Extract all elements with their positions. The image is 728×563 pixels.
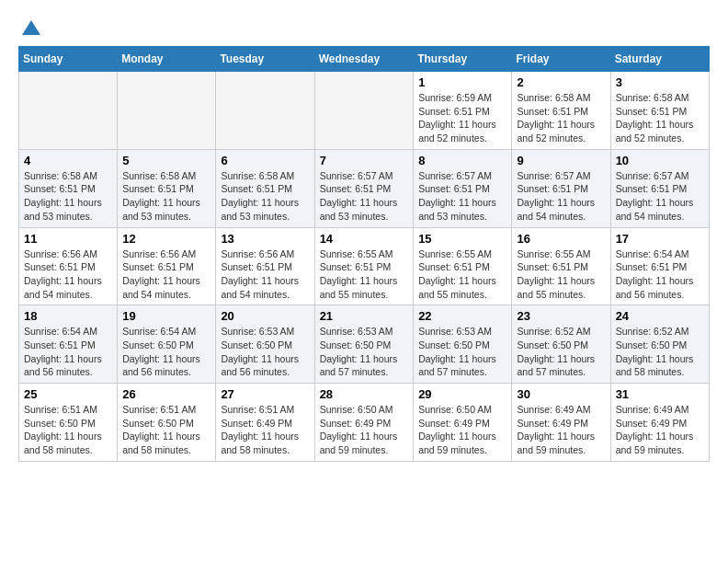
- calendar-header-row: SundayMondayTuesdayWednesdayThursdayFrid…: [19, 47, 710, 72]
- day-info: Sunrise: 6:57 AM Sunset: 6:51 PM Dayligh…: [418, 169, 506, 224]
- day-number: 4: [24, 154, 112, 167]
- day-info: Sunrise: 6:55 AM Sunset: 6:51 PM Dayligh…: [517, 247, 605, 302]
- day-number: 24: [616, 309, 704, 323]
- day-number: 11: [24, 232, 112, 246]
- day-info: Sunrise: 6:50 AM Sunset: 6:49 PM Dayligh…: [418, 403, 506, 457]
- day-number: 2: [517, 75, 605, 89]
- calendar-cell: 3Sunrise: 6:58 AM Sunset: 6:51 PM Daylig…: [610, 72, 709, 150]
- calendar-cell: 30Sunrise: 6:49 AM Sunset: 6:49 PM Dayli…: [512, 384, 610, 462]
- day-info: Sunrise: 6:56 AM Sunset: 6:51 PM Dayligh…: [221, 247, 309, 302]
- day-number: 17: [616, 232, 704, 246]
- calendar-week-row: 1Sunrise: 6:59 AM Sunset: 6:51 PM Daylig…: [19, 72, 710, 150]
- day-header-friday: Friday: [512, 47, 610, 72]
- day-number: 5: [122, 154, 210, 167]
- calendar-cell: 27Sunrise: 6:51 AM Sunset: 6:49 PM Dayli…: [216, 384, 314, 462]
- day-info: Sunrise: 6:56 AM Sunset: 6:51 PM Dayligh…: [122, 247, 210, 302]
- calendar-week-row: 18Sunrise: 6:54 AM Sunset: 6:51 PM Dayli…: [19, 305, 710, 384]
- calendar-cell: 25Sunrise: 6:51 AM Sunset: 6:50 PM Dayli…: [19, 384, 118, 462]
- calendar-cell: 24Sunrise: 6:52 AM Sunset: 6:50 PM Dayli…: [610, 305, 709, 384]
- calendar-cell: 12Sunrise: 6:56 AM Sunset: 6:51 PM Dayli…: [118, 227, 216, 305]
- calendar-cell: 10Sunrise: 6:57 AM Sunset: 6:51 PM Dayli…: [610, 149, 709, 227]
- day-number: 28: [320, 387, 409, 401]
- day-number: 16: [517, 232, 605, 246]
- day-info: Sunrise: 6:54 AM Sunset: 6:50 PM Dayligh…: [122, 325, 210, 379]
- day-number: 29: [418, 387, 506, 401]
- calendar-cell: 5Sunrise: 6:58 AM Sunset: 6:51 PM Daylig…: [118, 149, 216, 227]
- day-number: 8: [418, 154, 506, 167]
- day-info: Sunrise: 6:51 AM Sunset: 6:50 PM Dayligh…: [24, 403, 112, 457]
- day-info: Sunrise: 6:53 AM Sunset: 6:50 PM Dayligh…: [221, 325, 309, 379]
- calendar-cell: 28Sunrise: 6:50 AM Sunset: 6:49 PM Dayli…: [314, 384, 414, 462]
- day-header-sunday: Sunday: [19, 47, 118, 72]
- svg-marker-0: [22, 20, 40, 35]
- day-number: 31: [616, 387, 704, 401]
- day-info: Sunrise: 6:51 AM Sunset: 6:50 PM Dayligh…: [122, 403, 210, 457]
- day-info: Sunrise: 6:58 AM Sunset: 6:51 PM Dayligh…: [221, 169, 309, 224]
- calendar-cell: 17Sunrise: 6:54 AM Sunset: 6:51 PM Dayli…: [610, 227, 709, 305]
- day-info: Sunrise: 6:53 AM Sunset: 6:50 PM Dayligh…: [418, 325, 506, 379]
- calendar-cell: 4Sunrise: 6:58 AM Sunset: 6:51 PM Daylig…: [19, 149, 118, 227]
- calendar-cell: 26Sunrise: 6:51 AM Sunset: 6:50 PM Dayli…: [118, 384, 216, 462]
- day-number: 21: [320, 309, 409, 323]
- calendar-cell: 21Sunrise: 6:53 AM Sunset: 6:50 PM Dayli…: [314, 305, 414, 384]
- day-header-tuesday: Tuesday: [216, 47, 314, 72]
- day-info: Sunrise: 6:53 AM Sunset: 6:50 PM Dayligh…: [320, 325, 409, 379]
- day-info: Sunrise: 6:57 AM Sunset: 6:51 PM Dayligh…: [320, 169, 409, 224]
- calendar-cell: 22Sunrise: 6:53 AM Sunset: 6:50 PM Dayli…: [414, 305, 512, 384]
- day-number: 22: [418, 309, 506, 323]
- day-info: Sunrise: 6:49 AM Sunset: 6:49 PM Dayligh…: [517, 403, 605, 457]
- day-number: 1: [418, 75, 506, 89]
- day-info: Sunrise: 6:55 AM Sunset: 6:51 PM Dayligh…: [320, 247, 409, 302]
- calendar-cell: 29Sunrise: 6:50 AM Sunset: 6:49 PM Dayli…: [414, 384, 512, 462]
- day-number: 14: [320, 232, 409, 246]
- day-header-thursday: Thursday: [414, 47, 512, 72]
- calendar-week-row: 25Sunrise: 6:51 AM Sunset: 6:50 PM Dayli…: [19, 384, 710, 462]
- day-number: 25: [24, 387, 112, 401]
- calendar-cell: 2Sunrise: 6:58 AM Sunset: 6:51 PM Daylig…: [512, 72, 610, 150]
- logo-icon: [20, 18, 42, 40]
- day-info: Sunrise: 6:51 AM Sunset: 6:49 PM Dayligh…: [221, 403, 309, 457]
- day-info: Sunrise: 6:57 AM Sunset: 6:51 PM Dayligh…: [616, 169, 704, 224]
- day-number: 10: [616, 154, 704, 167]
- day-info: Sunrise: 6:52 AM Sunset: 6:50 PM Dayligh…: [517, 325, 605, 379]
- calendar-cell: [19, 72, 118, 150]
- calendar-cell: 9Sunrise: 6:57 AM Sunset: 6:51 PM Daylig…: [512, 149, 610, 227]
- day-header-wednesday: Wednesday: [314, 47, 414, 72]
- calendar-table: SundayMondayTuesdayWednesdayThursdayFrid…: [18, 46, 710, 462]
- day-number: 26: [122, 387, 210, 401]
- calendar-cell: 19Sunrise: 6:54 AM Sunset: 6:50 PM Dayli…: [118, 305, 216, 384]
- day-number: 15: [418, 232, 506, 246]
- calendar-cell: 23Sunrise: 6:52 AM Sunset: 6:50 PM Dayli…: [512, 305, 610, 384]
- day-info: Sunrise: 6:55 AM Sunset: 6:51 PM Dayligh…: [418, 247, 506, 302]
- calendar-cell: 31Sunrise: 6:49 AM Sunset: 6:49 PM Dayli…: [610, 384, 709, 462]
- day-info: Sunrise: 6:54 AM Sunset: 6:51 PM Dayligh…: [24, 325, 112, 379]
- day-number: 3: [616, 75, 704, 89]
- day-info: Sunrise: 6:58 AM Sunset: 6:51 PM Dayligh…: [517, 91, 605, 145]
- day-number: 20: [221, 309, 309, 323]
- day-number: 27: [221, 387, 309, 401]
- calendar-cell: [216, 72, 314, 150]
- calendar-cell: 7Sunrise: 6:57 AM Sunset: 6:51 PM Daylig…: [314, 149, 414, 227]
- calendar-cell: 8Sunrise: 6:57 AM Sunset: 6:51 PM Daylig…: [414, 149, 512, 227]
- day-info: Sunrise: 6:50 AM Sunset: 6:49 PM Dayligh…: [320, 403, 409, 457]
- day-number: 19: [122, 309, 210, 323]
- day-number: 9: [517, 154, 605, 167]
- day-number: 18: [24, 309, 112, 323]
- calendar-cell: [118, 72, 216, 150]
- day-number: 13: [221, 232, 309, 246]
- calendar-cell: 16Sunrise: 6:55 AM Sunset: 6:51 PM Dayli…: [512, 227, 610, 305]
- day-info: Sunrise: 6:59 AM Sunset: 6:51 PM Dayligh…: [418, 91, 506, 145]
- day-info: Sunrise: 6:58 AM Sunset: 6:51 PM Dayligh…: [24, 169, 112, 224]
- calendar-cell: 14Sunrise: 6:55 AM Sunset: 6:51 PM Dayli…: [314, 227, 414, 305]
- day-header-saturday: Saturday: [610, 47, 709, 72]
- day-info: Sunrise: 6:54 AM Sunset: 6:51 PM Dayligh…: [616, 247, 704, 302]
- day-number: 7: [320, 154, 409, 167]
- calendar-cell: 13Sunrise: 6:56 AM Sunset: 6:51 PM Dayli…: [216, 227, 314, 305]
- calendar-cell: 20Sunrise: 6:53 AM Sunset: 6:50 PM Dayli…: [216, 305, 314, 384]
- day-info: Sunrise: 6:58 AM Sunset: 6:51 PM Dayligh…: [122, 169, 210, 224]
- calendar-cell: 18Sunrise: 6:54 AM Sunset: 6:51 PM Dayli…: [19, 305, 118, 384]
- calendar-cell: 11Sunrise: 6:56 AM Sunset: 6:51 PM Dayli…: [19, 227, 118, 305]
- page-header: [18, 18, 710, 37]
- day-header-monday: Monday: [118, 47, 216, 72]
- day-info: Sunrise: 6:49 AM Sunset: 6:49 PM Dayligh…: [616, 403, 704, 457]
